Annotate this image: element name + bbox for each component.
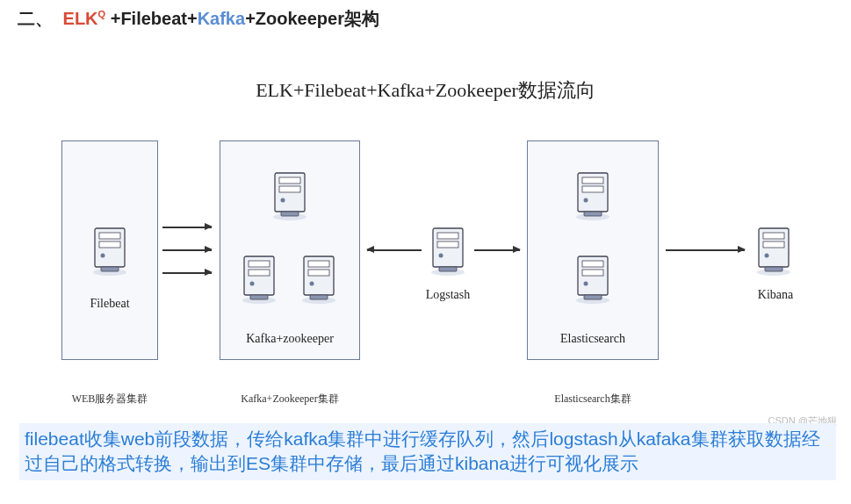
heading-plus: + xyxy=(187,9,198,28)
server-icon xyxy=(90,227,130,277)
server-icon xyxy=(573,255,613,306)
arrow-icon xyxy=(474,249,520,251)
heading-plus: + xyxy=(111,9,121,28)
arrow-icon xyxy=(666,249,745,251)
heading-plus: + xyxy=(245,9,256,28)
filebeat-label: Filebeat xyxy=(61,297,158,311)
heading-kafka: Kafka xyxy=(198,9,245,28)
es-label: Elasticsearch xyxy=(527,332,659,346)
server-icon xyxy=(754,227,794,277)
server-icon xyxy=(428,227,468,277)
description-text: filebeat收集web前段数据，传给kafka集群中进行缓存队列，然后log… xyxy=(19,423,836,480)
heading-sup: Q xyxy=(98,9,106,19)
section-heading: 二、 ELKQ +Filebeat+Kafka+Zookeeper架构 xyxy=(18,7,379,31)
heading-rest: Zookeeper架构 xyxy=(256,9,379,28)
kibana-label: Kibana xyxy=(736,288,815,302)
heading-elk: ELK xyxy=(63,9,98,28)
arrow-icon xyxy=(162,249,212,251)
server-icon xyxy=(239,255,279,306)
heading-filebeat: Filebeat xyxy=(120,9,187,28)
es-cluster-label: Elasticsearch集群 xyxy=(523,392,663,407)
server-icon xyxy=(270,171,310,222)
web-cluster-label: WEB服务器集群 xyxy=(53,392,167,407)
kafka-label: Kafka+zookeeper xyxy=(220,332,360,346)
server-icon xyxy=(573,171,613,222)
server-icon xyxy=(299,255,339,306)
arrow-icon xyxy=(162,227,212,228)
arrow-icon xyxy=(367,249,422,251)
section-number: 二、 xyxy=(18,9,53,28)
arrow-icon xyxy=(162,272,212,274)
kafka-cluster-label: Kafka+Zookeeper集群 xyxy=(215,392,364,407)
logstash-label: Logstash xyxy=(408,288,487,302)
diagram-title: ELK+Filebeat+Kafka+Zookeeper数据流向 xyxy=(0,77,851,104)
